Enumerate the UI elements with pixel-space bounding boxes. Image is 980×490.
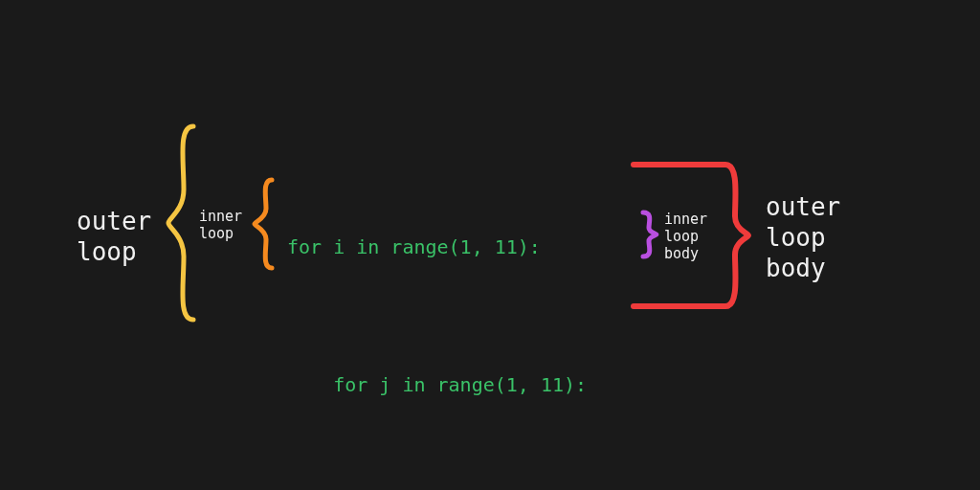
code-line: for i in range(1, 11): — [287, 224, 621, 270]
outer-loop-body-brace-icon — [630, 159, 754, 312]
inner-loop-brace-icon — [251, 176, 278, 272]
outer-loop-brace-icon — [165, 122, 201, 323]
outer-loop-body-label: outer loop body — [766, 191, 840, 283]
code-block: for i in range(1, 11): for j in range(1,… — [287, 132, 621, 490]
inner-loop-label: inner loop — [199, 208, 242, 242]
code-line: for j in range(1, 11): — [287, 362, 621, 408]
outer-loop-label: outer loop — [77, 206, 151, 267]
